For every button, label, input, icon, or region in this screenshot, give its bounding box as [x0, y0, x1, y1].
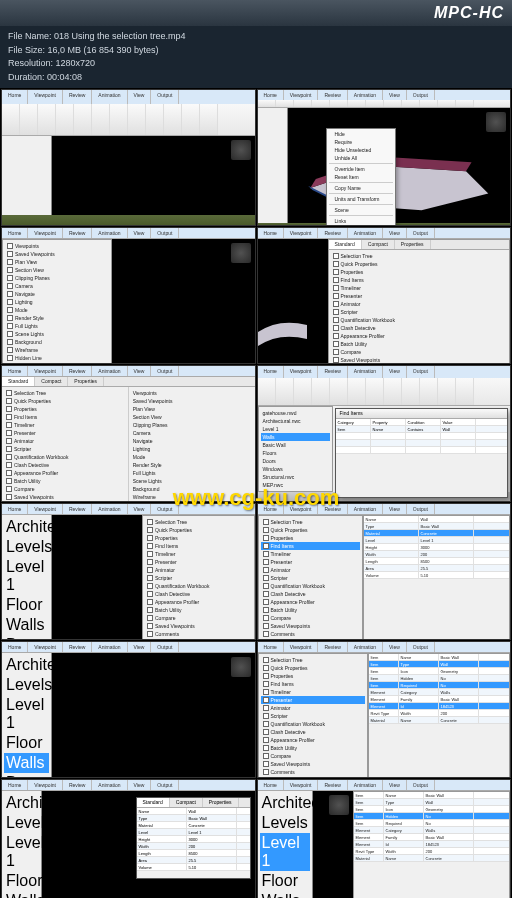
ribbon-tab[interactable]: Output [407, 642, 435, 652]
ribbon-button[interactable] [276, 378, 294, 405]
ribbon-tab[interactable]: Review [63, 780, 92, 790]
ribbon-tab[interactable]: Viewpoint [284, 228, 319, 238]
ribbon-button[interactable] [74, 104, 92, 135]
list-item[interactable]: Viewpoints [131, 389, 253, 397]
list-item[interactable]: Saved Viewpoints [5, 250, 109, 258]
viewcube-icon[interactable] [231, 243, 251, 263]
list-item[interactable]: Lighting [5, 298, 109, 306]
viewcube-icon[interactable] [486, 112, 506, 132]
dialog-tab[interactable]: Standard [137, 798, 170, 807]
list-item[interactable]: Walls [261, 433, 330, 441]
list-item[interactable]: Clipping Planes [5, 274, 109, 282]
menu-item[interactable]: Copy Name [327, 184, 395, 192]
options-panel[interactable]: StandardCompactProperties Selection Tree… [328, 239, 511, 364]
list-item[interactable]: Section View [131, 413, 253, 421]
list-item[interactable]: Appearance Profiler [261, 736, 365, 744]
table-row[interactable]: ItemTypeWall [369, 661, 510, 668]
list-item[interactable]: Saved Viewpoints [261, 622, 360, 630]
thumb-7[interactable]: HomeViewpointReviewAnimationViewOutput A… [1, 503, 256, 640]
table-row[interactable]: Length8500 [364, 558, 510, 565]
ribbon-button[interactable] [384, 378, 402, 405]
ribbon-button[interactable] [312, 100, 330, 107]
list-item[interactable]: Comments [261, 630, 360, 638]
menu-item[interactable]: Hide [327, 130, 395, 138]
list-item[interactable]: Timeliner [261, 688, 365, 696]
ribbon-tab[interactable]: Output [407, 780, 435, 790]
viewport[interactable] [52, 653, 255, 778]
selection-tree[interactable]: Architectural.nwcLevelsLevel 1FloorWalls… [2, 791, 42, 898]
list-item[interactable]: Camera [131, 429, 253, 437]
ribbon-button[interactable] [56, 104, 74, 135]
list-item[interactable]: Properties [261, 672, 365, 680]
ribbon-button[interactable] [92, 104, 110, 135]
ribbon-button[interactable] [456, 100, 474, 107]
table-row[interactable]: NameWall [364, 516, 510, 523]
ribbon-tab[interactable]: Animation [92, 366, 127, 376]
viewport[interactable] [52, 136, 255, 215]
ribbon-tab[interactable]: Home [2, 642, 28, 652]
ribbon-button[interactable] [402, 100, 420, 107]
list-item[interactable]: Search Sets [261, 776, 365, 778]
ribbon-button[interactable] [258, 100, 276, 107]
ribbon-button[interactable] [128, 104, 146, 135]
ribbon-tab[interactable]: Animation [348, 228, 383, 238]
list-item[interactable]: Quantification Workbook [145, 582, 252, 590]
ribbon-button[interactable] [348, 378, 366, 405]
list-item[interactable]: Scene Lights [5, 330, 109, 338]
ribbon-tab[interactable]: Home [2, 366, 28, 376]
table-row[interactable]: ElementCategoryWalls [354, 827, 510, 834]
list-item[interactable]: Compare [4, 485, 126, 493]
ribbon-tab[interactable]: View [383, 642, 407, 652]
table-row[interactable]: Volume5.10 [137, 864, 250, 871]
ribbon-tab[interactable]: Review [318, 642, 347, 652]
thumb-10[interactable]: HomeViewpointReviewAnimationViewOutput S… [257, 641, 512, 778]
ribbon-tab[interactable]: Animation [92, 504, 127, 514]
table-row[interactable]: Revit TypeWidth200 [369, 710, 510, 717]
list-item[interactable]: Floor [260, 871, 310, 891]
ribbon-tab[interactable]: Review [318, 366, 347, 378]
ribbon-tab[interactable]: View [128, 642, 152, 652]
find-items-dialog[interactable]: Find Items CategoryPropertyConditionValu… [335, 408, 509, 498]
ribbon-tab[interactable]: Viewpoint [284, 90, 319, 100]
list-item[interactable]: Appearance Profiler [261, 598, 360, 606]
list-item[interactable]: Find Items [261, 542, 360, 550]
ribbon-tab[interactable]: View [128, 366, 152, 376]
thumb-6[interactable]: HomeViewpointReviewAnimationViewOutput g… [257, 365, 512, 502]
list-item[interactable]: Batch Utility [4, 477, 126, 485]
table-row[interactable]: MaterialConcrete [137, 822, 250, 829]
ribbon-button[interactable] [258, 378, 276, 405]
list-item[interactable]: Mode [5, 306, 109, 314]
list-item[interactable]: Navigate [131, 437, 253, 445]
table-row[interactable]: NameWall [137, 808, 250, 815]
list-item[interactable]: Appearance Profiler [145, 598, 252, 606]
table-row[interactable]: ItemIconGeometry [354, 806, 510, 813]
ribbon-tab[interactable]: Review [63, 90, 92, 104]
list-item[interactable]: Compare [331, 348, 508, 356]
list-item[interactable]: Plan View [5, 258, 109, 266]
dialog-tab[interactable]: Properties [203, 798, 239, 807]
table-row[interactable]: ElementFamilyBasic Wall [354, 834, 510, 841]
ribbon-tab[interactable]: Home [258, 366, 284, 378]
table-row[interactable]: Width200 [137, 843, 250, 850]
ribbon-tab[interactable]: Viewpoint [28, 504, 63, 514]
list-item[interactable]: Animator [331, 300, 508, 308]
list-item[interactable]: Scripter [261, 574, 360, 582]
ribbon-tab[interactable]: Home [2, 504, 28, 514]
list-item[interactable]: Floors [261, 449, 330, 457]
ribbon-tab[interactable]: Viewpoint [284, 504, 319, 514]
list-item[interactable]: Level 1 [4, 695, 49, 733]
table-row[interactable]: Height3000 [137, 836, 250, 843]
viewcube-icon[interactable] [231, 140, 251, 160]
list-item[interactable]: Clash Detective [145, 590, 252, 598]
ribbon-button[interactable] [200, 104, 218, 135]
table-row[interactable]: LevelLevel 1 [137, 829, 250, 836]
list-item[interactable]: Timeliner [4, 421, 126, 429]
list-item[interactable]: Scripter [261, 712, 365, 720]
list-item[interactable]: Levels [4, 813, 39, 833]
dialog-tab[interactable]: Properties [68, 377, 104, 386]
thumb-9[interactable]: HomeViewpointReviewAnimationViewOutput A… [1, 641, 256, 778]
list-item[interactable]: Animator [261, 566, 360, 574]
list-item[interactable]: Scripter [4, 445, 126, 453]
list-item[interactable]: Architectural.nwc [4, 655, 49, 675]
list-item[interactable]: Presenter [4, 429, 126, 437]
